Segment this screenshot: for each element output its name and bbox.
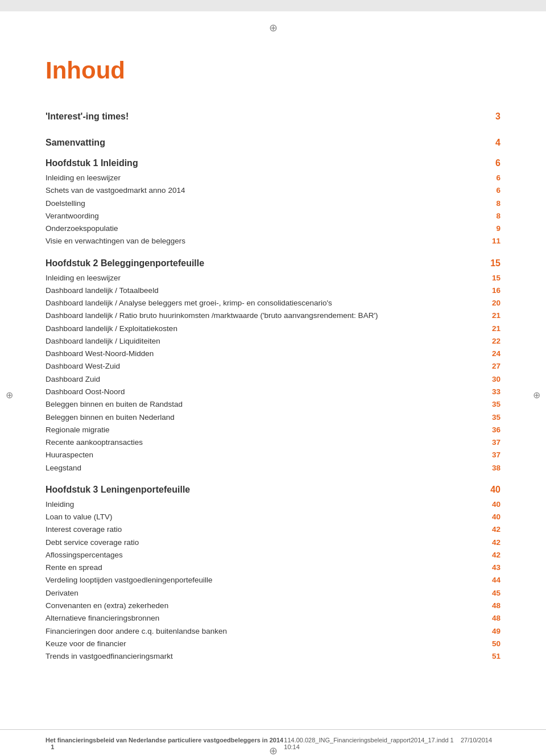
toc-entry-2-6: Dashboard landelijk / Liquiditeiten 22 — [46, 335, 500, 348]
entry-page: 42 — [492, 549, 500, 561]
toc-content: 'Interest'-ing times! 3 Samenvatting 4 H… — [46, 111, 500, 663]
entry-label: Recente aankooptransacties — [46, 436, 489, 449]
toc-chapter-1: Hoofdstuk 1 Inleiding 6 — [46, 158, 500, 168]
entry-page: 21 — [492, 309, 500, 322]
entry-label: Dashboard landelijk / Ratio bruto huurin… — [46, 309, 489, 322]
entry-page: 36 — [492, 424, 500, 436]
bottom-center-mark: ⊕ — [269, 745, 278, 756]
entry-label: Interest coverage ratio — [46, 523, 489, 536]
entry-label: Derivaten — [46, 587, 489, 600]
toc-entry-3-12: Keuze voor de financier 50 — [46, 638, 500, 650]
footer-title: Het financieringsbeleid van Nederlandse … — [46, 737, 283, 743]
right-margin-mark: ⊕ — [533, 390, 540, 400]
toc-entry-3-7: Verdeling looptijden vastgoedleningenpor… — [46, 574, 500, 586]
entry-label: Verdeling looptijden vastgoedleningenpor… — [46, 574, 489, 586]
entry-label: Keuze voor de financier — [46, 638, 489, 650]
toc-entry-1-5: Onderzoekspopulatie 9 — [46, 222, 500, 235]
toc-entry-2-16: Leegstand 38 — [46, 462, 500, 474]
entry-label: Dashboard Zuid — [46, 373, 489, 386]
entry-label: Dashboard landelijk / Exploitatiekosten — [46, 323, 489, 335]
entry-page: 30 — [492, 373, 500, 386]
entry-page: 51 — [492, 650, 500, 663]
entry-page: 40 — [492, 498, 500, 511]
toc-entry-1-2: Schets van de vastgoedmarkt anno 2014 6 — [46, 184, 500, 197]
entry-page: 42 — [492, 523, 500, 536]
entry-label: Verantwoording — [46, 210, 493, 222]
toc-entry-3-11: Financieringen door andere c.q. buitenla… — [46, 625, 500, 638]
toc-entry-1-4: Verantwoording 8 — [46, 210, 500, 222]
entry-page: 6 — [496, 172, 500, 184]
entry-label: Doelstelling — [46, 197, 493, 210]
entry-page: 48 — [492, 600, 500, 612]
toc-entry-3-10: Alternatieve financieringsbronnen 48 — [46, 612, 500, 625]
toc-entry-2-1: Inleiding en leeswijzer 15 — [46, 272, 500, 284]
chapter-3-page: 40 — [490, 485, 500, 495]
toc-entry-2-7: Dashboard West-Noord-Midden 24 — [46, 348, 500, 360]
page-title: Inhoud — [46, 57, 500, 84]
toc-entry-3-13: Trends in vastgoedfinancieringsmarkt 51 — [46, 650, 500, 663]
toc-entry-1-1: Inleiding en leeswijzer 6 — [46, 172, 500, 184]
entry-page: 16 — [492, 284, 500, 297]
footer-left: Het financieringsbeleid van Nederlandse … — [46, 737, 284, 750]
toc-entry-2-8: Dashboard West-Zuid 27 — [46, 360, 500, 373]
page: ⊕ ⊕ ⊕ Inhoud 'Interest'-ing times! 3 Sam… — [0, 11, 546, 756]
entry-label: Onderzoekspopulatie — [46, 222, 493, 235]
chapter-3-label: Hoofdstuk 3 Leningenportefeuille — [46, 485, 487, 495]
entry-label: Debt service coverage ratio — [46, 536, 489, 549]
entry-page: 50 — [492, 638, 500, 650]
toc-entry-2-2: Dashboard landelijk / Totaalbeeld 16 — [46, 284, 500, 297]
toc-entry-2-9: Dashboard Zuid 30 — [46, 373, 500, 386]
entry-page: 44 — [492, 574, 500, 586]
entry-page: 33 — [492, 386, 500, 398]
entry-page: 48 — [492, 612, 500, 625]
toc-entry-1-3: Doelstelling 8 — [46, 197, 500, 210]
entry-label: Dashboard landelijk / Liquiditeiten — [46, 335, 489, 348]
toc-entry-2-10: Dashboard Oost-Noord 33 — [46, 386, 500, 398]
chapter-2-page: 15 — [490, 258, 500, 268]
entry-label: Aflossingspercentages — [46, 549, 489, 561]
entry-label: Inleiding en leeswijzer — [46, 172, 493, 184]
entry-label: Schets van de vastgoedmarkt anno 2014 — [46, 184, 493, 197]
entry-label: Dashboard landelijk / Totaalbeeld — [46, 284, 489, 297]
chapter-samenvatting-label: Samenvatting — [46, 138, 492, 148]
entry-page: 40 — [492, 511, 500, 523]
chapter-interest-page: 3 — [495, 111, 500, 122]
top-center-mark: ⊕ — [269, 22, 278, 34]
toc-entry-2-12: Beleggen binnen en buiten Nederland 35 — [46, 411, 500, 424]
toc-chapter-3: Hoofdstuk 3 Leningenportefeuille 40 — [46, 485, 500, 495]
entry-page: 42 — [492, 536, 500, 549]
entry-page: 49 — [492, 625, 500, 638]
entry-label: Dashboard West-Noord-Midden — [46, 348, 489, 360]
entry-label: Inleiding — [46, 498, 489, 511]
entry-page: 27 — [492, 360, 500, 373]
left-margin-mark: ⊕ — [6, 390, 13, 400]
entry-page: 35 — [492, 411, 500, 424]
toc-chapter-samenvatting: Samenvatting 4 — [46, 138, 500, 148]
toc-chapter-2: Hoofdstuk 2 Beleggingenportefeuille 15 — [46, 258, 500, 268]
entry-label: Leegstand — [46, 462, 489, 474]
entry-page: 9 — [496, 222, 500, 235]
toc-entry-3-6: Rente en spread 43 — [46, 561, 500, 574]
footer-right: 114.00.028_ING_Financieringsbeleid_rappo… — [284, 737, 500, 750]
toc-entry-3-1: Inleiding 40 — [46, 498, 500, 511]
entry-page: 37 — [492, 449, 500, 461]
entry-page: 8 — [496, 210, 500, 222]
toc-entry-3-3: Interest coverage ratio 42 — [46, 523, 500, 536]
entry-label: Loan to value (LTV) — [46, 511, 489, 523]
toc-entry-3-9: Convenanten en (extra) zekerheden 48 — [46, 600, 500, 612]
toc-entry-2-13: Regionale migratie 36 — [46, 424, 500, 436]
toc-entry-2-4: Dashboard landelijk / Ratio bruto huurin… — [46, 309, 500, 322]
entry-page: 6 — [496, 184, 500, 197]
chapter-2-label: Hoofdstuk 2 Beleggingenportefeuille — [46, 258, 487, 268]
entry-page: 20 — [492, 297, 500, 309]
toc-entry-2-14: Recente aankooptransacties 37 — [46, 436, 500, 449]
entry-page: 38 — [492, 462, 500, 474]
toc-entry-2-15: Huuraspecten 37 — [46, 449, 500, 461]
entry-label: Convenanten en (extra) zekerheden — [46, 600, 489, 612]
entry-label: Inleiding en leeswijzer — [46, 272, 489, 284]
entry-page: 45 — [492, 587, 500, 600]
entry-page: 43 — [492, 561, 500, 574]
toc-entry-3-5: Aflossingspercentages 42 — [46, 549, 500, 561]
entry-page: 11 — [492, 235, 500, 247]
entry-page: 15 — [492, 272, 500, 284]
